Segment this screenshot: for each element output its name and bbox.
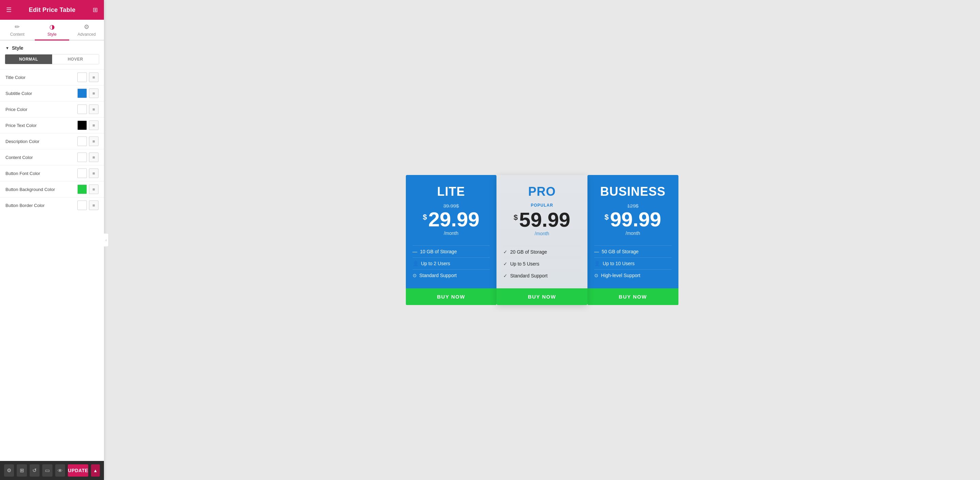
list-item: ✓ Standard Support <box>503 269 581 282</box>
eye-icon-btn[interactable]: 👁 <box>55 464 65 477</box>
settings-icon-btn[interactable]: ⚙ <box>4 464 14 477</box>
list-item: — 50 GB of Storage <box>594 246 671 257</box>
content-color-row: Content Color ≡ <box>0 149 104 165</box>
title-color-menu[interactable]: ≡ <box>89 73 99 82</box>
user-icon: 👤 <box>594 261 600 266</box>
button-bg-color-menu[interactable]: ≡ <box>89 184 99 194</box>
button-bg-color-swatch[interactable] <box>77 184 87 194</box>
subtitle-color-menu[interactable]: ≡ <box>89 89 99 98</box>
tab-content-label: Content <box>10 32 24 37</box>
tab-advanced[interactable]: ⚙ Advanced <box>69 20 104 41</box>
user-icon: 👤 <box>413 261 418 266</box>
normal-toggle-btn[interactable]: NORMAL <box>5 54 52 64</box>
pro-card-body: PRO POPULAR $ 59.99 /month ✓ 20 GB of St… <box>496 175 587 288</box>
content-color-label: Content Color <box>5 155 77 160</box>
style-section-header[interactable]: ▼ Style <box>0 41 104 54</box>
subtitle-color-control: ≡ <box>77 89 99 98</box>
pro-price: 59.99 <box>519 210 570 230</box>
title-color-control: ≡ <box>77 73 99 82</box>
title-color-label: Title Color <box>5 75 77 80</box>
subtitle-color-label: Subtitle Color <box>5 91 77 96</box>
pro-feature-1: 20 GB of Storage <box>510 249 547 255</box>
list-item: ⊙ High-level Support <box>594 269 671 281</box>
business-feature-2: Up to 10 Users <box>603 261 635 266</box>
lite-feature-3: Standard Support <box>420 272 457 278</box>
grid-icon[interactable]: ⊞ <box>93 6 98 14</box>
business-title: BUSINESS <box>600 184 665 199</box>
normal-hover-toggle: NORMAL HOVER <box>5 54 99 64</box>
hover-toggle-btn[interactable]: HOVER <box>52 54 99 64</box>
list-item: — 10 GB of Storage <box>413 246 490 257</box>
description-color-swatch[interactable] <box>77 136 87 146</box>
description-color-control: ≡ <box>77 136 99 146</box>
content-color-swatch[interactable] <box>77 152 87 162</box>
button-font-color-row: Button Font Color ≡ <box>0 165 104 181</box>
price-text-color-swatch[interactable] <box>77 120 87 130</box>
lite-old-price: 39.99$ <box>443 203 459 209</box>
button-font-color-menu[interactable]: ≡ <box>89 168 99 178</box>
price-text-color-label: Price Text Color <box>5 123 77 128</box>
tab-style-label: Style <box>48 32 57 37</box>
button-font-color-label: Button Font Color <box>5 171 77 176</box>
popular-badge: POPULAR <box>531 203 554 208</box>
business-feature-1: 50 GB of Storage <box>602 249 639 254</box>
button-border-color-row: Button Border Color ≡ <box>0 197 104 213</box>
business-price: 99.99 <box>610 209 661 230</box>
button-font-color-control: ≡ <box>77 168 99 178</box>
list-item: 👤 Up to 2 Users <box>413 257 490 269</box>
update-button[interactable]: UPDATE <box>68 464 88 477</box>
list-item: 👤 Up to 10 Users <box>594 257 671 269</box>
lite-features: — 10 GB of Storage 👤 Up to 2 Users ⊙ Sta… <box>413 246 490 281</box>
responsive-icon-btn[interactable]: ▭ <box>42 464 52 477</box>
pro-title: PRO <box>528 184 556 199</box>
pro-currency: $ <box>514 213 518 222</box>
storage-icon: — <box>594 249 599 254</box>
price-color-row: Price Color ≡ <box>0 101 104 117</box>
subtitle-color-swatch[interactable] <box>77 89 87 98</box>
tab-content[interactable]: ✏ Content <box>0 20 35 41</box>
button-border-color-menu[interactable]: ≡ <box>89 201 99 210</box>
pricing-card-lite: LITE 39.99$ $ 29.99 /month — 10 GB of St… <box>406 175 497 305</box>
business-price-row: $ 99.99 <box>605 209 661 230</box>
collapse-handle[interactable]: ‹ <box>104 233 109 247</box>
button-bg-color-label: Button Background Color <box>5 187 77 192</box>
business-card-body: BUSINESS 129$ $ 99.99 /month — 50 GB of … <box>587 175 678 288</box>
pricing-card-pro: PRO POPULAR $ 59.99 /month ✓ 20 GB of St… <box>496 175 587 305</box>
price-color-control: ≡ <box>77 105 99 114</box>
layers-icon-btn[interactable]: ⊞ <box>17 464 27 477</box>
business-features: — 50 GB of Storage 👤 Up to 10 Users ⊙ Hi… <box>594 246 671 281</box>
list-item: ⊙ Standard Support <box>413 269 490 281</box>
business-feature-3: High-level Support <box>601 272 640 278</box>
update-arrow-button[interactable]: ▲ <box>91 464 100 477</box>
pro-period: /month <box>535 231 549 236</box>
description-color-menu[interactable]: ≡ <box>89 136 99 146</box>
history-icon-btn[interactable]: ↺ <box>30 464 40 477</box>
pro-price-row: $ 59.99 <box>514 210 570 230</box>
price-text-color-menu[interactable]: ≡ <box>89 120 99 130</box>
button-border-color-swatch[interactable] <box>77 201 87 210</box>
business-buy-button[interactable]: BUY NOW <box>587 288 678 305</box>
support-icon: ⊙ <box>413 272 417 278</box>
list-item: ✓ Up to 5 Users <box>503 258 581 269</box>
tab-advanced-label: Advanced <box>77 32 95 37</box>
content-color-control: ≡ <box>77 152 99 162</box>
check-icon: ✓ <box>503 249 508 255</box>
style-section-label: Style <box>12 45 23 51</box>
pro-features: ✓ 20 GB of Storage ✓ Up to 5 Users ✓ Sta… <box>503 246 581 282</box>
lite-price: 29.99 <box>428 209 479 230</box>
check-icon: ✓ <box>503 261 508 266</box>
title-color-swatch[interactable] <box>77 73 87 82</box>
pricing-table: LITE 39.99$ $ 29.99 /month — 10 GB of St… <box>406 175 678 305</box>
panel-tabs: ✏ Content ◑ Style ⚙ Advanced <box>0 20 104 41</box>
hamburger-icon[interactable]: ☰ <box>6 6 11 14</box>
button-font-color-swatch[interactable] <box>77 168 87 178</box>
panel-footer: ⚙ ⊞ ↺ ▭ 👁 UPDATE ▲ <box>0 461 104 480</box>
pro-buy-button[interactable]: BUY NOW <box>496 288 587 305</box>
button-border-color-control: ≡ <box>77 201 99 210</box>
price-color-menu[interactable]: ≡ <box>89 105 99 114</box>
tab-style[interactable]: ◑ Style <box>35 20 70 41</box>
lite-buy-button[interactable]: BUY NOW <box>406 288 497 305</box>
price-color-swatch[interactable] <box>77 105 87 114</box>
lite-price-row: $ 29.99 <box>423 209 479 230</box>
content-color-menu[interactable]: ≡ <box>89 152 99 162</box>
